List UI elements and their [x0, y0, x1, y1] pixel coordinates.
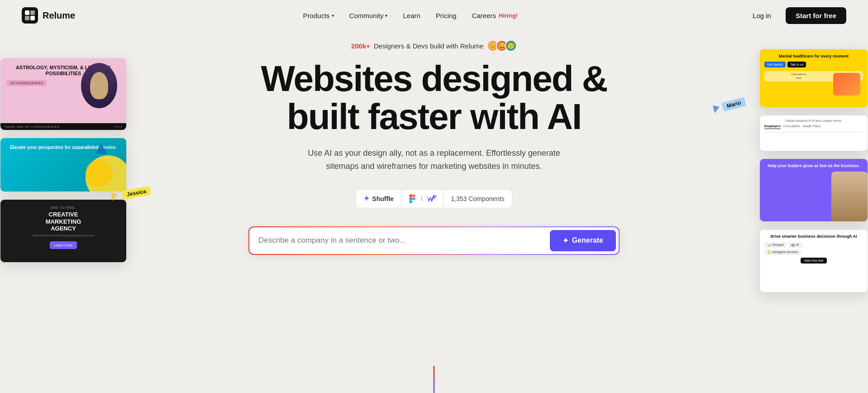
nav-community[interactable]: Community ▾: [343, 8, 394, 23]
svg-rect-3: [30, 10, 35, 15]
shuffle-sparkle-icon: ✦: [363, 194, 369, 203]
generate-button[interactable]: ✦ Generate: [550, 230, 616, 251]
nav-learn[interactable]: Learn: [396, 8, 426, 23]
company-description-input[interactable]: [258, 231, 550, 249]
person-card-title: Help your leaders grow as fast as the bu…: [764, 163, 863, 169]
mental-health-title: Mental healthcare for every moment: [764, 54, 863, 59]
ai-badges: 📊 Shopper 🤖 AI 💡 Intelligent decision: [764, 242, 863, 255]
login-button[interactable]: Log in: [745, 8, 778, 23]
shuffle-button[interactable]: ✦ Shuffle: [356, 190, 401, 207]
webflow-icon: [427, 195, 437, 202]
hero-section: ASTROLOGY, MYSTICISM, & LIMITLESS POSSIB…: [0, 31, 868, 393]
community-chevron-icon: ▾: [385, 13, 387, 18]
components-count: 1,353 Components: [444, 191, 511, 207]
preview-card-ai-business: Drive smarter business decisions through…: [759, 229, 868, 292]
svg-rect-9: [409, 194, 412, 197]
bottom-divider-line: [434, 366, 435, 393]
left-preview-cards: ASTROLOGY, MYSTICISM, & LIMITLESS POSSIB…: [0, 58, 127, 270]
preview-card-marketing: END TO END, CREATIVEMARKETINGAGENCY We'r…: [0, 199, 127, 263]
hero-title: Websites designed & built faster with AI: [261, 60, 607, 136]
social-count: 200k+: [351, 42, 370, 50]
avatars: 😊 😄 🙂: [487, 40, 517, 52]
right-preview-cards: Mental healthcare for every moment Get s…: [759, 49, 868, 300]
nav-products[interactable]: Products ▾: [296, 8, 340, 23]
avatar-3: 🙂: [505, 40, 517, 52]
card-dark-title: CREATIVEMARKETINGAGENCY: [7, 211, 120, 232]
svg-rect-12: [409, 200, 412, 203]
figma-icon: [408, 194, 417, 203]
cursor-mario: Mario: [713, 97, 747, 114]
preview-card-mental-health: Mental healthcare for every moment Get s…: [759, 49, 868, 108]
component-strip: ✦ Shuffle | 1,353 Components: [356, 189, 512, 208]
generate-sparkle-icon: ✦: [563, 236, 568, 245]
hiring-badge: Hiring!: [499, 12, 518, 19]
svg-rect-10: [412, 194, 415, 197]
generate-section: ✦ Generate: [248, 226, 620, 255]
products-chevron-icon: ▾: [332, 13, 334, 18]
nav-actions: Log in Start for free: [745, 7, 846, 24]
svg-marker-8: [111, 192, 119, 201]
nav-links: Products ▾ Community ▾ Learn Pricing Car…: [296, 8, 524, 23]
card-pink-person-image: [81, 63, 117, 108]
preview-card-purple-person: Help your leaders grow as fast as the bu…: [759, 158, 868, 222]
nav-careers[interactable]: Careers Hiring!: [466, 8, 524, 23]
svg-rect-4: [25, 16, 29, 20]
hero-subtitle: Use AI as your design ally, not as a rep…: [298, 147, 570, 173]
preview-card-tabs: Global solutions to fit your unique need…: [759, 115, 868, 151]
start-for-free-button[interactable]: Start for free: [786, 7, 846, 24]
logo-text: Relume: [43, 10, 75, 21]
svg-marker-6: [95, 144, 107, 154]
svg-rect-2: [25, 10, 29, 15]
generate-container: ✦ Generate: [248, 226, 620, 255]
navbar: Relume Products ▾ Community ▾ Learn Pric…: [0, 0, 868, 31]
logo[interactable]: Relume: [22, 7, 75, 24]
social-proof: 200k+ Designers & Devs build with Relume…: [351, 40, 517, 52]
cursor-mario-label: Mario: [721, 97, 746, 112]
tool-icons: |: [401, 190, 444, 208]
mini-tabs: Employers Consultants Health Plans: [764, 125, 863, 129]
social-text: Designers & Devs build with Relume: [374, 42, 484, 50]
svg-point-13: [412, 197, 415, 200]
svg-rect-11: [409, 197, 412, 200]
nav-pricing[interactable]: Pricing: [429, 8, 463, 23]
preview-card-teal: Elevate your perspective for unparallele…: [0, 138, 127, 192]
card-dark-cta[interactable]: Learn more: [50, 241, 77, 249]
svg-rect-5: [30, 16, 35, 20]
svg-marker-7: [713, 104, 721, 113]
ai-business-title: Drive smarter business decisions through…: [764, 234, 863, 239]
svg-rect-0: [22, 7, 38, 24]
preview-card-astrology: ASTROLOGY, MYSTICISM, & LIMITLESS POSSIB…: [0, 58, 127, 130]
card-dark-tag: END TO END,: [7, 206, 120, 209]
